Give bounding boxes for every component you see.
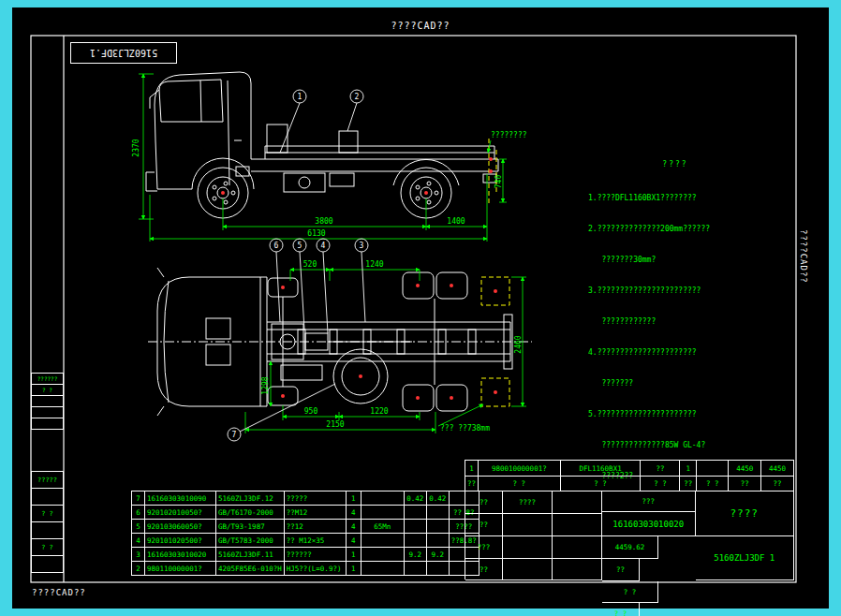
parts-row: 7 16160303010090 5160ZLJ3DF.12 ????? 1 0… [132, 491, 480, 506]
col-material [361, 562, 404, 576]
side-balloon-leaders [280, 90, 363, 153]
col-spec: GB/T93-1987 [216, 520, 285, 534]
dim-left-vertical: 1298 [261, 376, 270, 394]
margin-cell: ?????? [32, 374, 64, 385]
sheet-count: ? ? [602, 581, 658, 603]
parts-row: 4 920101020500? GB/T5783-2000 ?? M12×35 … [132, 534, 480, 548]
part-number: 5160ZLJ3DF 1 [696, 536, 794, 580]
header-cell: ? ? [641, 477, 680, 491]
side-right-note: ???????? [491, 131, 527, 139]
margin-cell [32, 396, 64, 407]
header-cell: ? ? [479, 477, 561, 491]
balloon-5: 5 [298, 242, 302, 250]
sig-value [503, 536, 553, 559]
col-spec: GB/T5783-2000 [216, 534, 285, 548]
technical-notes: ???? 1.????DFL1160BX1???????? 2.????????… [588, 139, 762, 502]
col-total-weight [426, 506, 449, 520]
col-spec: DFL1160BX1 [561, 461, 642, 477]
col-name: ?????? [284, 548, 346, 562]
title-block: 1 980010000001? DFL1160BX1 ?? 1 4450 445… [465, 460, 794, 579]
watermark-bottom: ????CAD?? [32, 588, 86, 597]
col-name: ??12 [284, 520, 346, 534]
col-qty: 1 [346, 491, 361, 506]
dim-cab-height: 2370 [132, 139, 140, 156]
col-unit-weight [404, 534, 426, 548]
col-no: 6 [132, 506, 145, 520]
col-no: 5 [132, 520, 145, 534]
note-line: 3.??????????????????????? [588, 286, 762, 296]
col-no: 1 [465, 461, 479, 477]
dim-1240: 1240 [365, 260, 383, 269]
col-qty: 4 [346, 534, 361, 548]
col-code: 920103060050? [145, 520, 216, 534]
margin-cell: ????? [32, 472, 64, 489]
note-line: 1.????DFL1160BX1???????? [588, 193, 762, 203]
parts-row: 3 16160303010020 5160ZLJ3DF.11 ?????? 1 … [132, 548, 480, 562]
parts-row: 2 980110000001? 4205F85E6-010?H HJ5??(L=… [132, 562, 480, 576]
sig-value [503, 514, 553, 536]
col-material [361, 506, 404, 520]
col-total-weight [426, 534, 449, 548]
header-cell: ?? [729, 477, 761, 491]
header-cell: ?? [680, 477, 697, 491]
sig-value: ???? [503, 491, 553, 514]
col-qty: 1 [346, 548, 361, 562]
margin-cell: ? ? [32, 539, 64, 556]
signature-grid: ?? ???? ?? ??? ?? [465, 491, 602, 580]
col-qty: 1 [680, 461, 697, 477]
col-name: ?? [641, 461, 680, 477]
margin-table-a: ?????? ? ? [31, 373, 64, 430]
margin-cell [32, 418, 64, 430]
col-no: 7 [132, 491, 145, 506]
dim-1220: 1220 [370, 407, 388, 416]
col-no: 4 [132, 534, 145, 548]
margin-cell: ? ? [32, 385, 64, 396]
balloon-1: 1 [298, 93, 302, 101]
sig-value [553, 559, 602, 580]
balloon-7: 7 [232, 431, 237, 439]
margin-cell [32, 522, 64, 539]
col-unit-weight: 9.2 [404, 548, 426, 562]
margin-cell [32, 489, 64, 506]
col-code: 980010000001? [479, 461, 561, 477]
col-material [361, 548, 404, 562]
col-total-weight [426, 562, 449, 576]
header-cell: ?? [465, 477, 479, 491]
col-code: 920102010050? [145, 506, 216, 520]
col-total-weight [426, 520, 449, 534]
title-block-row1: 1 980010000001? DFL1160BX1 ?? 1 4450 445… [465, 461, 794, 477]
balloon-3: 3 [360, 242, 364, 250]
dim-rear-overhang: 1400 [447, 217, 465, 226]
parts-row: 6 920102010050? GB/T6170-2000 ??M12 4 ??… [132, 506, 480, 520]
sig-label: ?? [465, 559, 503, 580]
balloon-4: 4 [321, 242, 326, 250]
col-qty: 1 [346, 562, 361, 576]
watermark-right: ????CAD?? [799, 229, 808, 342]
header-cell: ?? [761, 477, 794, 491]
col-no: 3 [132, 548, 145, 562]
product-name: ???? [696, 491, 794, 536]
col-unit-weight [404, 562, 426, 576]
reference-markers [221, 157, 497, 400]
sig-label: ??? [465, 536, 503, 559]
dim-side-right: 740 [494, 175, 503, 189]
note-line: ???????????? [588, 316, 762, 327]
note-line: ??????? [588, 378, 762, 389]
col-total-weight: 4450 [761, 461, 794, 477]
note-line: ??????????????85W GL-4? [588, 440, 762, 450]
margin-cell [32, 407, 64, 418]
col-material [361, 534, 404, 548]
header-cell: ? ? [561, 477, 642, 491]
col-code: 920101020500? [145, 534, 216, 548]
col-name: HJ5??(L=0.9?) [284, 562, 346, 576]
note-line: 5.?????????????????????? [588, 409, 762, 419]
col-unit-weight: 4450 [729, 461, 761, 477]
col-code: 980110000001? [145, 562, 216, 576]
sig-value [503, 559, 553, 580]
sheet-number: ? ? [602, 603, 640, 616]
col-unit-weight: 0.42 [404, 491, 426, 506]
scale: ?? [602, 559, 640, 581]
dim-2150: 2150 [326, 420, 344, 429]
dim-width: 2460 [514, 335, 523, 353]
truck-side-view [146, 72, 498, 218]
